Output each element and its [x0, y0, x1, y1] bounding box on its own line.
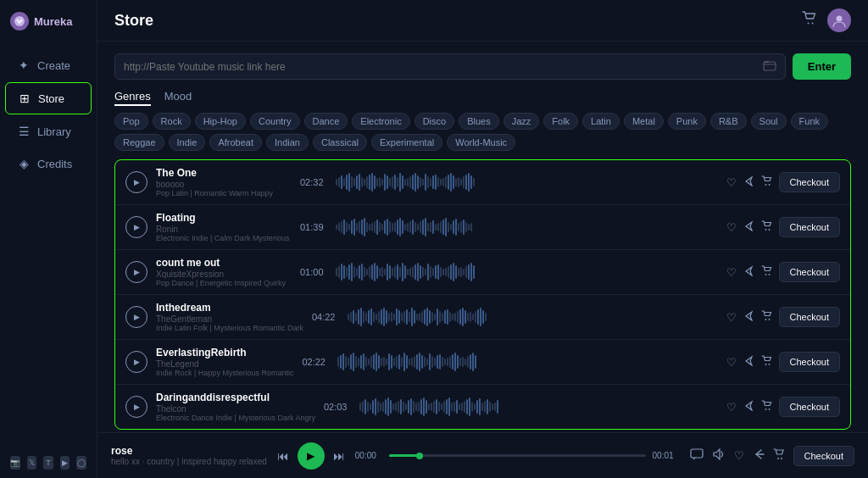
cart-icon[interactable] [761, 400, 772, 414]
genre-tag-indian[interactable]: Indian [266, 134, 309, 151]
sidebar-item-credits[interactable]: ◈ Credits [5, 148, 92, 179]
wave-bar [412, 266, 414, 278]
checkout-button[interactable]: Checkout [779, 217, 840, 237]
wave-bar [376, 220, 378, 235]
discord-icon[interactable]: ◯ [76, 456, 86, 470]
track-play-button[interactable]: ▶ [125, 306, 147, 328]
sidebar-item-library[interactable]: ☰ Library [5, 116, 92, 147]
avatar[interactable] [827, 8, 851, 32]
cart-icon[interactable] [761, 355, 772, 369]
checkout-button[interactable]: Checkout [779, 352, 840, 372]
wave-bar [365, 313, 367, 321]
wave-bar [447, 309, 448, 325]
wave-bar [385, 399, 387, 414]
track-play-button[interactable]: ▶ [125, 351, 147, 373]
wave-bar [462, 357, 464, 367]
wave-bar [370, 403, 371, 410]
send-icon[interactable] [743, 265, 754, 279]
checkout-button[interactable]: Checkout [779, 172, 840, 192]
youtube-icon[interactable]: ▶ [60, 456, 70, 470]
track-play-button[interactable]: ▶ [125, 261, 147, 283]
wave-bar [343, 178, 345, 186]
twitter-icon[interactable]: 𝕏 [27, 456, 37, 470]
progress-bar[interactable] [389, 454, 646, 457]
genre-tag-reggae[interactable]: Reggae [114, 134, 164, 151]
genre-tag-funk[interactable]: Funk [791, 113, 828, 130]
wave-bar [409, 176, 411, 188]
heart-icon-player[interactable]: ♡ [734, 449, 744, 462]
genre-tag-afrobeat[interactable]: Afrobeat [209, 134, 262, 151]
genre-tag-rock[interactable]: Rock [153, 113, 191, 130]
genre-tag-metal[interactable]: Metal [624, 113, 664, 130]
tab-mood[interactable]: Mood [164, 90, 192, 106]
heart-icon[interactable]: ♡ [726, 176, 737, 189]
share-icon-player[interactable] [753, 448, 765, 463]
genre-tag-experimental[interactable]: Experimental [371, 134, 442, 151]
waveform[interactable] [336, 170, 718, 194]
checkout-button[interactable]: Checkout [779, 397, 840, 417]
wave-bar [356, 223, 358, 231]
track-play-button[interactable]: ▶ [125, 171, 147, 193]
genre-tag-pop[interactable]: Pop [114, 113, 148, 130]
cart-icon[interactable] [761, 310, 772, 324]
genre-tag-jazz[interactable]: Jazz [504, 113, 540, 130]
wave-bar [348, 224, 350, 231]
sidebar-item-create[interactable]: ✦ Create [5, 50, 92, 81]
folder-icon[interactable] [763, 59, 776, 74]
waveform[interactable] [359, 395, 718, 419]
wave-bar [359, 174, 360, 191]
track-play-button[interactable]: ▶ [125, 396, 147, 418]
send-icon[interactable] [743, 400, 754, 414]
player-checkout-button[interactable]: Checkout [793, 446, 854, 466]
genre-tag-indie[interactable]: Indie [169, 134, 206, 151]
play-pause-button[interactable]: ▶ [298, 442, 325, 470]
genre-tag-disco[interactable]: Disco [415, 113, 455, 130]
instagram-icon[interactable]: 📷 [10, 456, 20, 470]
genre-tag-punk[interactable]: Punk [668, 113, 706, 130]
wave-bar [458, 177, 459, 187]
genre-tag-country[interactable]: Country [250, 113, 300, 130]
heart-icon[interactable]: ♡ [726, 311, 737, 324]
cart-icon[interactable] [761, 265, 772, 279]
genre-tag-latin[interactable]: Latin [582, 113, 620, 130]
search-input[interactable] [124, 61, 756, 73]
send-icon[interactable] [743, 175, 754, 189]
send-icon[interactable] [743, 220, 754, 234]
waveform[interactable] [336, 260, 718, 284]
cart-button[interactable] [802, 11, 817, 30]
genre-tag-folk[interactable]: Folk [543, 113, 578, 130]
volume-icon[interactable] [712, 448, 726, 463]
wave-bar [402, 263, 403, 281]
comment-icon[interactable] [690, 448, 704, 463]
waveform[interactable] [337, 350, 717, 374]
track-play-button[interactable]: ▶ [125, 216, 147, 238]
tiktok-icon[interactable]: T [43, 456, 53, 470]
genre-tag-dance[interactable]: Dance [304, 113, 348, 130]
wave-bar [417, 263, 419, 281]
waveform[interactable] [348, 305, 718, 329]
enter-button[interactable]: Enter [793, 53, 851, 80]
heart-icon[interactable]: ♡ [726, 356, 737, 369]
genre-tag-hip-hop[interactable]: Hip-Hop [195, 113, 246, 130]
genre-tag-blues[interactable]: Blues [459, 113, 499, 130]
send-icon[interactable] [743, 310, 754, 324]
checkout-button[interactable]: Checkout [779, 307, 840, 327]
send-icon[interactable] [743, 355, 754, 369]
waveform[interactable] [336, 215, 718, 239]
cart-icon-player[interactable] [773, 448, 785, 463]
genre-tag-r&b[interactable]: R&B [710, 113, 747, 130]
checkout-button[interactable]: Checkout [779, 262, 840, 282]
cart-icon[interactable] [761, 175, 772, 189]
sidebar-item-store[interactable]: ⊞ Store [5, 82, 92, 114]
heart-icon[interactable]: ♡ [726, 401, 737, 414]
genre-tag-soul[interactable]: Soul [751, 113, 787, 130]
tab-genres[interactable]: Genres [114, 90, 151, 106]
heart-icon[interactable]: ♡ [726, 221, 737, 234]
heart-icon[interactable]: ♡ [726, 266, 737, 279]
prev-button[interactable]: ⏮ [277, 449, 289, 463]
genre-tag-world-music[interactable]: World-Music [447, 134, 515, 151]
cart-icon[interactable] [761, 220, 772, 234]
genre-tag-electronic[interactable]: Electronic [352, 113, 409, 130]
next-button[interactable]: ⏭ [333, 449, 345, 463]
genre-tag-classical[interactable]: Classical [313, 134, 367, 151]
